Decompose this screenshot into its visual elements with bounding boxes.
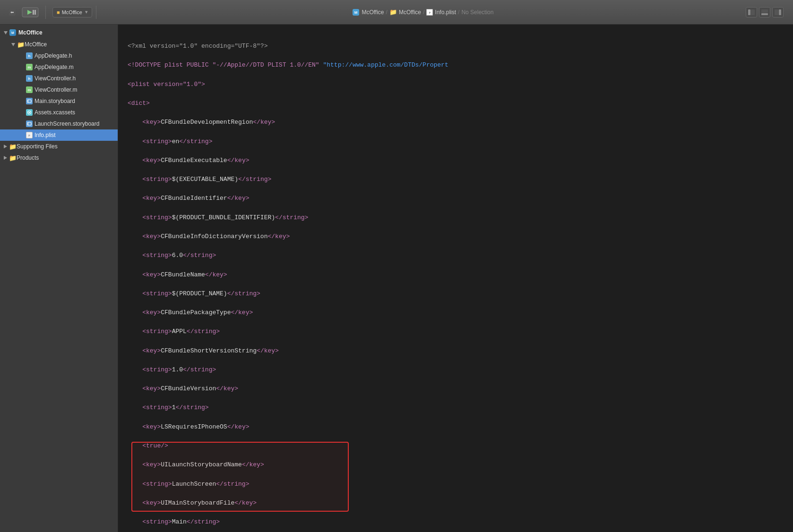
supporting-files-expand-icon — [4, 145, 7, 148]
svg-rect-12 — [775, 9, 778, 15]
sidebar-item-launchscreen[interactable]: LaunchScreen.storyboard — [0, 118, 118, 129]
code-line-9: <key>CFBundleIdentifier</key> — [128, 194, 784, 203]
info-plist-icon: p — [26, 132, 33, 138]
appdelegate-h-icon: h — [26, 52, 33, 59]
breadcrumb: M McOffice / 📁 McOffice / p Info.plist /… — [352, 9, 493, 16]
code-line-18: <string>1.0</string> — [128, 365, 784, 375]
breadcrumb-project[interactable]: McOffice — [362, 9, 384, 16]
breadcrumb-sep1: / — [386, 9, 388, 16]
code-line-13: <key>CFBundleName</key> — [128, 270, 784, 280]
sidebar-project-root[interactable]: M McOffice — [0, 26, 118, 39]
code-line-20: <string>1</string> — [128, 403, 784, 412]
code-line-21: <key>LSRequiresIPhoneOS</key> — [128, 422, 784, 432]
products-expand-icon — [4, 156, 7, 160]
assets-label: Assets.xcassets — [34, 109, 75, 116]
hide-right-panel-button[interactable] — [772, 7, 784, 17]
breadcrumb-sep3: / — [458, 9, 459, 16]
sidebar-item-info-plist[interactable]: p Info.plist — [0, 129, 118, 141]
svg-rect-8 — [748, 9, 750, 15]
svg-rect-9 — [751, 9, 755, 15]
code-line-24: <string>LaunchScreen</string> — [128, 480, 784, 489]
code-line-22: <true/> — [128, 441, 784, 451]
code-line-1: <?xml version="1.0" encoding="UTF-8"?> — [128, 42, 784, 51]
products-icon: 📁 — [9, 154, 17, 161]
sidebar-item-supporting-files[interactable]: 📁 Supporting Files — [0, 141, 118, 152]
sidebar-item-assets[interactable]: Assets.xcassets — [0, 107, 118, 118]
assets-icon — [26, 109, 33, 116]
launchscreen-label: LaunchScreen.storyboard — [34, 120, 99, 127]
plist-icon: p — [426, 9, 433, 16]
separator-1 — [45, 6, 46, 19]
project-app-icon: M — [9, 29, 16, 36]
viewcontroller-h-icon: h — [26, 75, 33, 82]
sidebar-item-viewcontroller-h[interactable]: h ViewController.h — [0, 73, 118, 84]
code-line-15: <key>CFBundlePackageType</key> — [128, 308, 784, 317]
breadcrumb-folder[interactable]: McOffice — [399, 9, 421, 16]
sidebar-item-mcoffice-folder[interactable]: 📁 McOffice — [0, 39, 118, 50]
scheme-label: McOffice — [62, 9, 82, 15]
viewcontroller-m-label: ViewController.m — [34, 86, 77, 93]
svg-text:M: M — [354, 10, 358, 15]
sidebar-item-main-storyboard[interactable]: Main.storyboard — [0, 95, 118, 107]
expand-icon — [4, 31, 8, 34]
supporting-files-label: Supporting Files — [17, 143, 58, 150]
svg-rect-18 — [27, 122, 31, 125]
svg-rect-11 — [761, 13, 768, 15]
toolbar: ⬅ ■ McOffice ▾ M McOffice / 📁 McOffice / — [0, 0, 793, 25]
products-label: Products — [17, 154, 39, 161]
hide-bottom-panel-button[interactable] — [759, 7, 770, 17]
sidebar: M McOffice 📁 McOffice h AppDelegate.h m — [0, 25, 118, 532]
code-line-12: <string>6.0</string> — [128, 251, 784, 260]
sidebar-item-appdelegate-h[interactable]: h AppDelegate.h — [0, 50, 118, 61]
breadcrumb-plist[interactable]: Info.plist — [435, 9, 456, 16]
scheme-selector[interactable]: ■ McOffice ▾ — [52, 7, 92, 17]
main-storyboard-label: Main.storyboard — [34, 98, 75, 104]
code-line-8: <string>$(EXECUTABLE_NAME)</string> — [128, 175, 784, 184]
code-line-5: <key>CFBundleDevelopmentRegion</key> — [128, 118, 784, 127]
sidebar-item-appdelegate-m[interactable]: m AppDelegate.m — [0, 61, 118, 73]
code-content[interactable]: <?xml version="1.0" encoding="UTF-8"?> <… — [118, 25, 793, 532]
code-line-11: <key>CFBundleInfoDictionaryVersion</key> — [128, 232, 784, 241]
breadcrumb-selection: No Selection — [461, 9, 493, 16]
viewcontroller-h-label: ViewController.h — [34, 75, 76, 82]
code-line-16: <string>APPL</string> — [128, 327, 784, 336]
code-line-2: <!DOCTYPE plist PUBLIC "-//Apple//DTD PL… — [128, 60, 784, 70]
code-line-19: <key>CFBundleVersion</key> — [128, 384, 784, 394]
main-storyboard-icon — [26, 98, 33, 104]
appdelegate-h-label: AppDelegate.h — [34, 52, 72, 59]
viewcontroller-m-icon: m — [26, 86, 33, 93]
project-icon: M — [352, 9, 360, 16]
svg-rect-14 — [27, 100, 31, 103]
supporting-files-icon: 📁 — [9, 143, 17, 150]
code-line-6: <string>en</string> — [128, 137, 784, 146]
code-line-10: <string>$(PRODUCT_BUNDLE_IDENTIFIER)</st… — [128, 213, 784, 223]
mcoffice-folder-icon: 📁 — [17, 41, 25, 48]
mcoffice-folder-expand-icon — [11, 43, 15, 46]
svg-point-17 — [29, 112, 30, 113]
appdelegate-m-icon: m — [26, 64, 33, 70]
svg-text:⬅: ⬅ — [10, 10, 14, 15]
breadcrumb-sep2: / — [423, 9, 424, 16]
code-area: <?xml version="1.0" encoding="UTF-8"?> <… — [118, 25, 793, 532]
back-button[interactable]: ⬅ — [6, 6, 19, 19]
svg-rect-13 — [779, 9, 781, 15]
separator-2 — [96, 6, 96, 19]
svg-rect-10 — [761, 9, 768, 13]
code-line-14: <string>$(PRODUCT_NAME)</string> — [128, 289, 784, 299]
project-root-label: McOffice — [18, 29, 43, 36]
svg-rect-5 — [34, 10, 36, 15]
code-line-7: <key>CFBundleExecutable</key> — [128, 156, 784, 165]
hide-left-panel-button[interactable] — [746, 7, 757, 17]
run-button[interactable] — [22, 6, 39, 19]
sidebar-item-products[interactable]: 📁 Products — [0, 152, 118, 163]
code-line-26: <string>Main</string> — [128, 517, 784, 527]
code-line-25: <key>UIMainStoryboardFile</key> — [128, 498, 784, 508]
main-area: M McOffice 📁 McOffice h AppDelegate.h m — [0, 25, 793, 532]
sidebar-item-viewcontroller-m[interactable]: m ViewController.m — [0, 84, 118, 95]
code-line-3: <plist version="1.0"> — [128, 80, 784, 89]
mcoffice-folder-label: McOffice — [25, 41, 47, 48]
code-line-23: <key>UILaunchStoryboardName</key> — [128, 460, 784, 470]
code-line-4: <dict> — [128, 99, 784, 108]
info-plist-label: Info.plist — [34, 132, 56, 138]
code-line-17: <key>CFBundleShortVersionString</key> — [128, 346, 784, 356]
